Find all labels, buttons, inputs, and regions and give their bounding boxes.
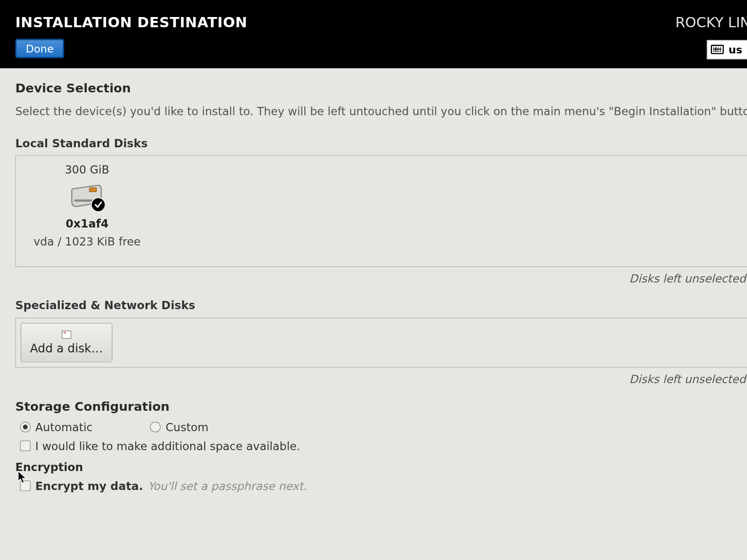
radio-automatic-label: Automatic xyxy=(36,420,93,434)
checkbox-icon xyxy=(20,481,31,491)
header-bar: INSTALLATION DESTINATION Done ROCKY LINU… xyxy=(0,0,747,68)
device-selection-description: Select the device(s) you'd like to insta… xyxy=(15,103,747,120)
storage-configuration-heading: Storage Configuration xyxy=(15,400,747,414)
add-disk-label: Add a disk… xyxy=(30,341,103,355)
radio-custom-label: Custom xyxy=(166,420,209,434)
keyboard-layout-label: us xyxy=(729,43,742,55)
local-disks-heading: Local Standard Disks xyxy=(15,137,747,150)
encrypt-hint: You'll set a passphrase next. xyxy=(148,479,307,492)
svg-rect-0 xyxy=(89,188,97,192)
checkbox-reclaim-label: I would like to make additional space av… xyxy=(36,439,301,453)
local-disks-container: 300 GiB 0x1af4 vda / 1023 KiB free xyxy=(15,155,747,267)
radio-custom[interactable]: Custom xyxy=(150,420,209,434)
specialized-disks-heading: Specialized & Network Disks xyxy=(15,299,747,312)
add-disk-icon xyxy=(62,330,71,338)
disk-path-free-label: vda / 1023 KiB free xyxy=(25,235,149,248)
product-title: ROCKY LINUX 8 INSTALLATION xyxy=(676,14,747,31)
check-badge-icon xyxy=(90,197,106,212)
device-selection-heading: Device Selection xyxy=(15,81,747,95)
disk-tile-vda[interactable]: 300 GiB 0x1af4 vda / 1023 KiB free xyxy=(25,163,149,247)
page-title: INSTALLATION DESTINATION xyxy=(15,14,247,31)
radio-button-icon xyxy=(150,422,161,433)
checkbox-encrypt[interactable]: Encrypt my data. You'll set a passphrase… xyxy=(15,479,747,492)
local-disks-note: Disks left unselected here will not be t… xyxy=(15,272,747,285)
disk-size-label: 300 GiB xyxy=(25,163,149,176)
radio-automatic[interactable]: Automatic xyxy=(20,420,92,434)
specialized-disks-note: Disks left unselected here will not be t… xyxy=(15,372,747,385)
add-disk-button[interactable]: Add a disk… xyxy=(20,323,112,362)
keyboard-icon xyxy=(711,45,724,54)
encryption-heading: Encryption xyxy=(15,460,747,473)
disk-model-label: 0x1af4 xyxy=(25,217,149,230)
checkbox-encrypt-label: Encrypt my data. xyxy=(36,479,143,492)
done-button[interactable]: Done xyxy=(15,39,64,58)
hard-disk-icon xyxy=(70,183,105,210)
keyboard-layout-indicator[interactable]: us xyxy=(707,40,747,59)
specialized-disks-container: Add a disk… xyxy=(15,317,747,368)
checkbox-reclaim-space[interactable]: I would like to make additional space av… xyxy=(15,439,747,453)
checkbox-icon xyxy=(20,440,31,451)
radio-button-icon xyxy=(20,422,31,433)
